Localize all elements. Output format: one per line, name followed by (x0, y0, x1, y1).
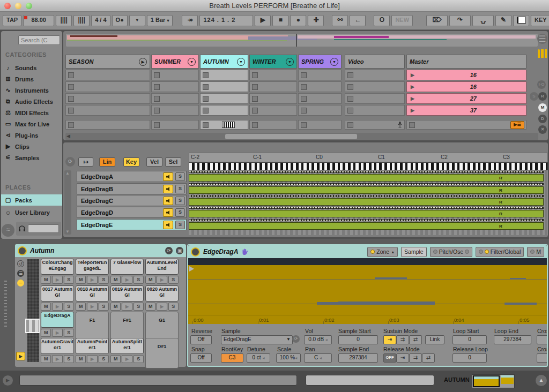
session-record-button[interactable]: O (374, 15, 390, 26)
sidebar-item-plug-ins[interactable]: ⊲Plug-ins (4, 130, 62, 141)
release-pingpong-icon[interactable]: ⇄ (422, 353, 435, 363)
tab-pitch-osc[interactable]: Pitch/Osc (430, 247, 472, 257)
sample-start-field[interactable]: 0 (338, 335, 378, 344)
audition-speaker-icon[interactable] (163, 208, 173, 217)
sidebar-item-clips[interactable]: ▶Clips (4, 141, 62, 152)
stop-button[interactable]: ■ (272, 15, 288, 26)
drum-rack-titlebar[interactable]: Autumn ⟳ ▣ (15, 244, 186, 257)
delay-toggle[interactable]: D (538, 115, 547, 123)
zoom-window-icon[interactable] (26, 3, 32, 9)
drum-pad[interactable]: 0020 AutumnGlM▶S (145, 285, 179, 311)
release-no-loop-icon[interactable]: ⇥ (396, 353, 409, 363)
status-field-right[interactable] (306, 375, 434, 386)
clip-slot[interactable] (200, 93, 248, 104)
preview-play-icon[interactable]: ▶ (3, 375, 13, 386)
piano-keyboard-ruler[interactable] (189, 162, 548, 170)
track-status-slot[interactable] (249, 120, 297, 130)
track-header-season[interactable]: SEASON▶ (65, 55, 150, 69)
mixer-toggle[interactable]: M (538, 103, 547, 112)
clip-slot[interactable] (345, 81, 405, 92)
record-button[interactable]: ● (290, 15, 306, 26)
release-off-button[interactable]: OFF (383, 353, 396, 363)
key-zone-bar[interactable]: R (189, 171, 548, 182)
clip-slot[interactable] (151, 93, 199, 104)
sidebar-item-user-library[interactable]: ☺User Library (4, 207, 62, 218)
sample-start-marker[interactable] (189, 266, 194, 272)
solo-button[interactable]: S (175, 185, 185, 193)
quantization-menu[interactable]: 1 Bar ▾ (147, 15, 173, 26)
track-header-video[interactable]: Video (345, 55, 405, 69)
metronome-menu-arrow-icon[interactable]: ▾ (129, 15, 145, 26)
detune-field[interactable]: 0 ct ◂ (247, 353, 270, 363)
drum-pad[interactable]: AutumnSplitter1M▶S (110, 338, 144, 363)
fold-icon[interactable]: ▼ (330, 58, 338, 66)
sidebar-item-audio-effects[interactable]: ⧉Audio Effects (4, 96, 62, 107)
mixer-view-icon[interactable] (538, 49, 547, 58)
preview-scrub-bar[interactable] (28, 224, 59, 233)
device-on-icon[interactable] (18, 246, 27, 255)
audition-speaker-icon[interactable] (163, 172, 173, 181)
chain-row-edgedrage[interactable]: EdgeDragES (77, 219, 187, 230)
arrangement-position-display[interactable]: 124 . 1 . 2 (199, 15, 253, 26)
release-loop-icon[interactable]: ⇉ (409, 353, 422, 363)
scene-play-icon[interactable]: ▶ (411, 96, 414, 101)
track-status-slot[interactable] (298, 120, 342, 130)
sustain-loop-icon[interactable]: ⇉ (396, 335, 409, 344)
vol-field[interactable]: 0.0 dB ◂ (304, 335, 332, 344)
sidebar-item-sounds[interactable]: ♪Sounds (4, 62, 62, 73)
loop-end-field[interactable]: 297384 (494, 335, 531, 344)
crossfade-field[interactable] (537, 353, 548, 363)
play-button[interactable]: ▶ (255, 15, 271, 26)
scene-row[interactable]: ▶16 (406, 70, 526, 80)
key-zone-bar[interactable]: R (189, 195, 548, 206)
sample-end-field[interactable]: 297384 (338, 353, 378, 363)
pad-view-icon[interactable]: ─ (17, 280, 24, 287)
drum-pad[interactable]: 7 GlassFlowM▶S (110, 259, 144, 284)
pad-mute-button[interactable]: M (41, 276, 51, 284)
track-header-winter[interactable]: WINTER▼ (249, 55, 297, 69)
drum-pad[interactable]: AutumnGravitor1M▶S (41, 338, 74, 363)
tab-sample[interactable]: Sample (401, 247, 427, 257)
sample-overview-strip[interactable] (188, 258, 547, 265)
clip-slot[interactable] (200, 105, 248, 116)
fold-icon[interactable]: ▼ (237, 58, 245, 66)
tab-filter-global[interactable]: Filter/Global (476, 247, 524, 257)
clip-slot[interactable] (298, 81, 342, 92)
lin-button[interactable]: Lin (99, 157, 115, 167)
scene-play-icon[interactable]: ▶ (411, 72, 414, 78)
scrollbar-thumb[interactable] (225, 134, 357, 139)
arrangement-overview[interactable] (65, 33, 538, 47)
tempo-field[interactable]: 88.00 (23, 15, 54, 26)
scene-play-icon[interactable]: ▶ (411, 108, 414, 113)
macro-view-icon[interactable]: ↺ (17, 260, 24, 267)
drum-pad-empty[interactable]: D#1 (145, 338, 179, 368)
midi-overdub-button[interactable]: ✚ (308, 15, 324, 26)
chain-row-edgedragd[interactable]: EdgeDragDS (77, 207, 187, 218)
computer-midi-keyboard-button[interactable] (513, 15, 529, 26)
solo-button[interactable]: S (175, 172, 185, 181)
scale-field[interactable]: 100 %◂ (276, 353, 301, 363)
drum-pad[interactable]: AutumnPointer1M▶S (76, 338, 109, 363)
scroll-up-icon[interactable]: ▲ (65, 171, 70, 176)
vel-zones-button[interactable]: Vel (146, 157, 162, 167)
track-status-slot[interactable] (200, 120, 248, 130)
clip-slot[interactable] (151, 105, 199, 116)
automation-arm-button[interactable]: ⚯ (332, 15, 348, 26)
audition-speaker-icon[interactable] (163, 197, 173, 205)
punch-in-icon[interactable]: ⌦ (426, 15, 448, 26)
master-status-slot[interactable]: ▶☰ (406, 120, 526, 130)
fold-icon[interactable]: ▼ (188, 58, 196, 66)
re-enable-automation-button[interactable]: ← (350, 15, 366, 26)
solo-button[interactable]: S (175, 197, 185, 205)
drum-pad[interactable]: ColourChangeEngagM▶S (41, 259, 74, 284)
loop-button[interactable]: ↷ (449, 15, 471, 26)
sidebar-item-samples[interactable]: ⚟Samples (4, 152, 62, 163)
search-input[interactable] (18, 35, 60, 45)
headphones-icon[interactable] (18, 225, 26, 232)
session-hscrollbar[interactable]: ◀ (65, 133, 538, 140)
crossfade-field[interactable] (537, 335, 548, 344)
scene-play-icon[interactable]: ▶ (411, 84, 414, 89)
waveform-display[interactable] (188, 265, 547, 315)
solo-button[interactable]: S (175, 221, 185, 229)
scroll-left-icon[interactable]: ◀ (66, 133, 70, 139)
